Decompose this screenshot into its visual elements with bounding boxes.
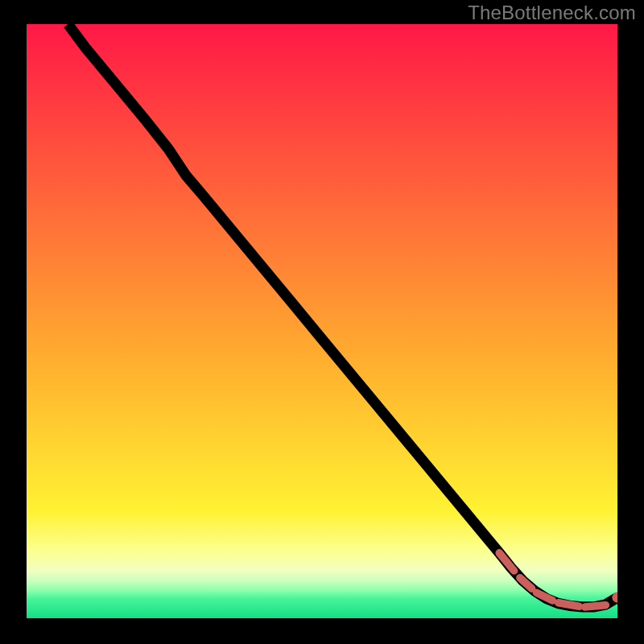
chart-frame: TheBottleneck.com: [0, 0, 644, 644]
marker-segment: [559, 603, 580, 606]
watermark-text: TheBottleneck.com: [468, 2, 636, 24]
marker-segment: [520, 578, 532, 588]
curve-line: [68, 24, 617, 607]
marker-segment: [585, 605, 606, 607]
chart-svg: [27, 24, 617, 618]
plot-area: [27, 24, 617, 618]
